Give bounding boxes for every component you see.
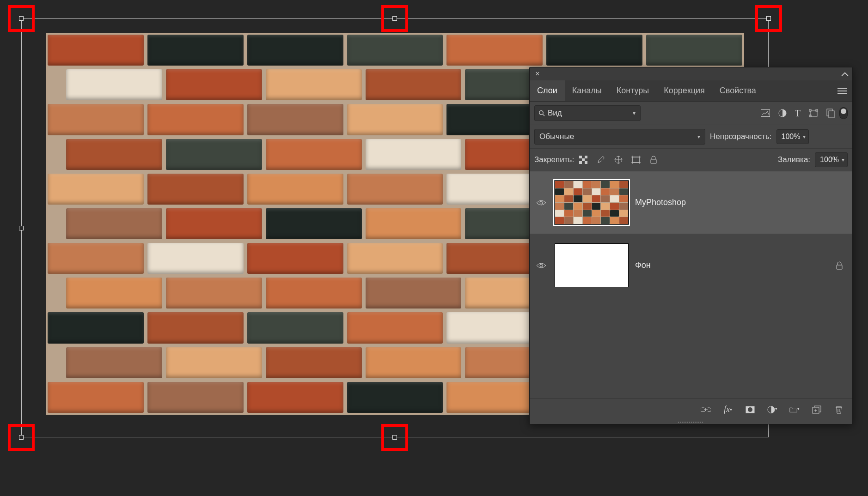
filter-kind-label: Вид: [548, 109, 562, 118]
svg-rect-11: [579, 156, 582, 158]
lock-paint-icon[interactable]: [596, 155, 605, 164]
panel-menu-icon[interactable]: [835, 86, 850, 96]
fill-field[interactable]: 100% ▾: [815, 152, 848, 167]
tab-properties[interactable]: Свойства: [712, 80, 764, 101]
svg-rect-2: [761, 110, 770, 117]
lock-all-icon[interactable]: [649, 155, 658, 164]
chevron-down-icon: ▾: [697, 133, 700, 140]
filter-shape-icon[interactable]: [809, 109, 818, 117]
svg-rect-16: [633, 157, 639, 163]
visibility-toggle-icon[interactable]: [536, 200, 548, 206]
tab-paths[interactable]: Контуры: [609, 80, 657, 101]
chevron-down-icon: ▾: [842, 157, 844, 163]
svg-rect-4: [811, 111, 817, 116]
layers-panel: × Слои Каналы Контуры Коррекция Свойства…: [529, 67, 853, 424]
lock-transparency-icon[interactable]: [579, 155, 588, 164]
new-layer-icon[interactable]: [812, 405, 822, 415]
svg-point-22: [540, 201, 543, 204]
layer-thumbnail[interactable]: [555, 181, 629, 224]
panel-bottom-bar: fx▾ ▾ ▾: [530, 398, 852, 420]
lock-fill-row: Закрепить: Заливка: 100% ▾: [530, 149, 852, 171]
svg-rect-13: [585, 156, 587, 158]
svg-rect-14: [579, 161, 582, 164]
transform-handle-bottom-left[interactable]: [19, 435, 24, 440]
transform-handle-top-right[interactable]: [766, 16, 771, 21]
filter-row: Вид ▾ T: [530, 102, 852, 125]
layer-row[interactable]: Фон: [530, 234, 852, 296]
delete-layer-icon[interactable]: [834, 405, 844, 415]
tab-label: Каналы: [572, 86, 602, 96]
lock-icon[interactable]: [836, 261, 843, 270]
panel-resize-grip[interactable]: [530, 420, 852, 424]
new-group-icon[interactable]: ▾: [789, 405, 800, 415]
svg-point-0: [539, 111, 543, 115]
panel-tabs: Слои Каналы Контуры Коррекция Свойства: [530, 80, 852, 102]
lock-artboard-icon[interactable]: [631, 155, 641, 164]
lock-position-icon[interactable]: [614, 155, 623, 164]
tab-label: Коррекция: [664, 86, 705, 96]
blend-opacity-row: Обычные ▾ Непрозрачность: 100% ▾: [530, 125, 852, 149]
fill-label: Заливка:: [778, 155, 810, 164]
layer-row[interactable]: MyPhotoshop: [530, 171, 852, 234]
chevron-down-icon: ▾: [803, 133, 806, 140]
blend-mode-select[interactable]: Обычные ▾: [534, 129, 705, 145]
filter-toggle[interactable]: [839, 107, 848, 119]
panel-titlebar[interactable]: ×: [530, 67, 852, 80]
svg-rect-15: [585, 161, 587, 164]
transform-handle-top-left[interactable]: [19, 16, 24, 21]
new-adjustment-icon[interactable]: ▾: [767, 405, 777, 415]
add-mask-icon[interactable]: [745, 405, 755, 415]
svg-rect-9: [829, 111, 834, 118]
tab-label: Слои: [537, 86, 557, 96]
opacity-label: Непрозрачность:: [710, 132, 772, 141]
filter-type-icon[interactable]: T: [795, 108, 801, 119]
svg-rect-21: [651, 159, 656, 163]
filter-adjustment-icon[interactable]: [778, 109, 787, 117]
chevron-down-icon: ▾: [633, 110, 636, 116]
filter-smartobject-icon[interactable]: [826, 109, 835, 118]
svg-rect-24: [837, 265, 842, 269]
transform-handle-mid-left[interactable]: [19, 226, 24, 230]
filter-pixel-icon[interactable]: [761, 109, 770, 117]
tab-label: Свойства: [720, 86, 756, 96]
tab-layers[interactable]: Слои: [530, 80, 565, 101]
layer-list: MyPhotoshop Фон: [530, 171, 852, 398]
transform-handle-top-center[interactable]: [392, 16, 397, 21]
visibility-toggle-icon[interactable]: [536, 262, 548, 269]
opacity-value: 100%: [782, 133, 801, 141]
layer-fx-icon[interactable]: fx▾: [723, 405, 733, 415]
svg-line-1: [543, 114, 544, 116]
tab-label: Контуры: [617, 86, 649, 96]
collapse-icon[interactable]: [841, 72, 849, 76]
fill-value: 100%: [820, 156, 839, 164]
layer-name-label[interactable]: MyPhotoshop: [635, 198, 686, 207]
svg-rect-12: [582, 158, 585, 161]
layer-name-label[interactable]: Фон: [635, 260, 651, 270]
blend-mode-label: Обычные: [539, 132, 574, 141]
tab-channels[interactable]: Каналы: [565, 80, 609, 101]
lock-label: Закрепить:: [534, 155, 574, 164]
opacity-field[interactable]: 100% ▾: [776, 129, 809, 144]
filter-kind-select[interactable]: Вид ▾: [534, 105, 641, 121]
layer-thumbnail[interactable]: [555, 243, 629, 287]
search-icon: [538, 110, 545, 116]
tab-adjustments[interactable]: Коррекция: [656, 80, 712, 101]
close-icon[interactable]: ×: [533, 70, 542, 78]
svg-point-23: [540, 264, 543, 267]
transform-handle-bottom-center[interactable]: [392, 435, 397, 440]
svg-point-26: [748, 407, 752, 412]
link-layers-icon[interactable]: [701, 405, 711, 415]
